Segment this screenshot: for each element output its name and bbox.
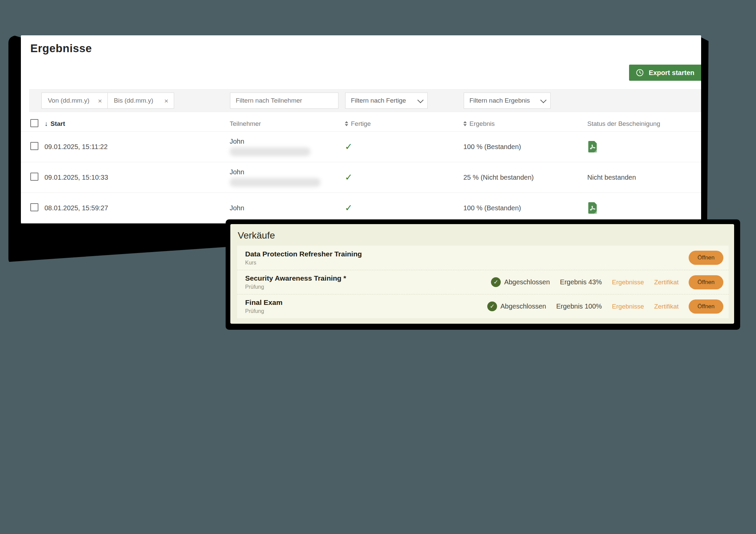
- sales-panel-title: Verkäufe: [238, 230, 729, 241]
- export-button[interactable]: Export starten: [629, 65, 701, 81]
- completed-check-icon: ✓: [345, 172, 353, 182]
- results-panel: Ergebnisse Export starten × × Filtern na…: [21, 35, 701, 223]
- participant-name: John: [230, 168, 345, 176]
- column-header-ergebnis[interactable]: Ergebnis: [463, 120, 587, 128]
- result-cell: 100 % (Bestanden): [463, 204, 587, 212]
- course-type: Prüfung: [245, 284, 346, 290]
- filter-bar: × × Filtern nach Fertige Filtern nach Er…: [29, 89, 701, 112]
- table-row: 08.01.2025, 15:59:27 John ✓ 100 % (Besta…: [21, 192, 701, 223]
- result-cell: 25 % (Nicht bestanden): [463, 174, 587, 181]
- course-type: Kurs: [245, 260, 362, 266]
- course-type: Prüfung: [245, 308, 283, 314]
- participant-filter-input[interactable]: [230, 93, 338, 109]
- participant-name: John: [230, 138, 345, 145]
- export-button-label: Export starten: [649, 69, 694, 77]
- status-badge: ✓ Abgeschlossen: [487, 301, 546, 311]
- select-all-checkbox[interactable]: [30, 119, 38, 127]
- result-cell: 100 % (Bestanden): [463, 143, 587, 151]
- date-from-field[interactable]: ×: [41, 93, 108, 109]
- column-header-start[interactable]: ↓ Start: [44, 120, 230, 128]
- course-title: Security Awareness Training *: [245, 274, 346, 282]
- date-to-field[interactable]: ×: [108, 93, 174, 109]
- fertige-filter-select[interactable]: Filtern nach Fertige: [345, 93, 428, 109]
- zertifikat-link[interactable]: Zertifikat: [654, 279, 679, 286]
- clear-date-to-icon[interactable]: ×: [163, 97, 170, 105]
- start-cell: 09.01.2025, 15:10:33: [44, 174, 230, 181]
- row-checkbox[interactable]: [30, 142, 38, 150]
- redacted-name-blur: [230, 147, 310, 156]
- column-header-status: Status der Bescheinigung: [587, 120, 701, 128]
- column-header-teilnehmer[interactable]: Teilnehmer: [230, 120, 345, 128]
- sort-updown-icon: [345, 121, 348, 126]
- pdf-certificate-icon[interactable]: [587, 202, 597, 214]
- row-checkbox[interactable]: [30, 203, 38, 211]
- list-item: Final Exam Prüfung ✓ Abgeschlossen Ergeb…: [237, 294, 729, 318]
- page-title: Ergebnisse: [30, 42, 92, 55]
- column-header-fertige[interactable]: Fertige: [345, 120, 463, 128]
- start-cell: 08.01.2025, 15:59:27: [44, 204, 230, 212]
- course-title: Data Protection Refresher Training: [245, 250, 362, 258]
- table-row: 09.01.2025, 15:11:22 John ✓ 100 % (Besta…: [21, 131, 701, 162]
- list-item: Security Awareness Training * Prüfung ✓ …: [237, 270, 729, 294]
- fertige-filter-label: Filtern nach Fertige: [351, 97, 406, 104]
- chevron-down-icon: [540, 97, 546, 103]
- table-header-row: ↓ Start Teilnehmer Fertige Ergebnis Stat…: [21, 116, 701, 131]
- open-button[interactable]: Öffnen: [689, 275, 723, 289]
- list-item: Data Protection Refresher Training Kurs …: [237, 246, 729, 270]
- chevron-down-icon: [417, 97, 423, 103]
- status-label: Abgeschlossen: [500, 302, 546, 310]
- redacted-name-blur: [230, 178, 321, 187]
- table-row: 09.01.2025, 15:10:33 John ✓ 25 % (Nicht …: [21, 162, 701, 192]
- ergebnisse-link[interactable]: Ergebnisse: [612, 303, 644, 310]
- sales-panel: Verkäufe Data Protection Refresher Train…: [230, 224, 734, 324]
- row-checkbox[interactable]: [30, 173, 38, 181]
- status-text: Nicht bestanden: [587, 174, 701, 181]
- clock-icon: [636, 69, 644, 77]
- date-range-filter: × ×: [41, 93, 174, 109]
- completed-check-icon: ✓: [345, 203, 353, 213]
- date-from-input[interactable]: [47, 97, 97, 105]
- open-button[interactable]: Öffnen: [689, 251, 723, 265]
- ergebnis-filter-label: Filtern nach Ergebnis: [469, 97, 530, 104]
- clear-date-from-icon[interactable]: ×: [97, 97, 103, 105]
- ergebnis-filter-select[interactable]: Filtern nach Ergebnis: [464, 93, 551, 109]
- result-text: Ergebnis 43%: [560, 278, 602, 286]
- status-badge: ✓ Abgeschlossen: [491, 277, 550, 287]
- sort-updown-icon: [463, 121, 467, 126]
- start-cell: 09.01.2025, 15:11:22: [44, 143, 230, 151]
- sales-panel-frame: Verkäufe Data Protection Refresher Train…: [226, 219, 740, 330]
- results-table: ↓ Start Teilnehmer Fertige Ergebnis Stat…: [21, 116, 701, 223]
- open-button[interactable]: Öffnen: [689, 299, 723, 314]
- ergebnisse-link[interactable]: Ergebnisse: [612, 279, 644, 286]
- participant-name: John: [230, 204, 345, 212]
- sort-down-arrow-icon: ↓: [44, 120, 48, 128]
- status-label: Abgeschlossen: [504, 278, 550, 286]
- check-circle-icon: ✓: [487, 301, 497, 311]
- result-text: Ergebnis 100%: [556, 302, 602, 310]
- course-title: Final Exam: [245, 298, 283, 307]
- sales-rows: Data Protection Refresher Training Kurs …: [237, 246, 729, 318]
- pdf-certificate-icon[interactable]: [587, 141, 597, 152]
- date-to-input[interactable]: [113, 97, 163, 105]
- completed-check-icon: ✓: [345, 142, 353, 152]
- zertifikat-link[interactable]: Zertifikat: [654, 303, 679, 310]
- check-circle-icon: ✓: [491, 277, 501, 287]
